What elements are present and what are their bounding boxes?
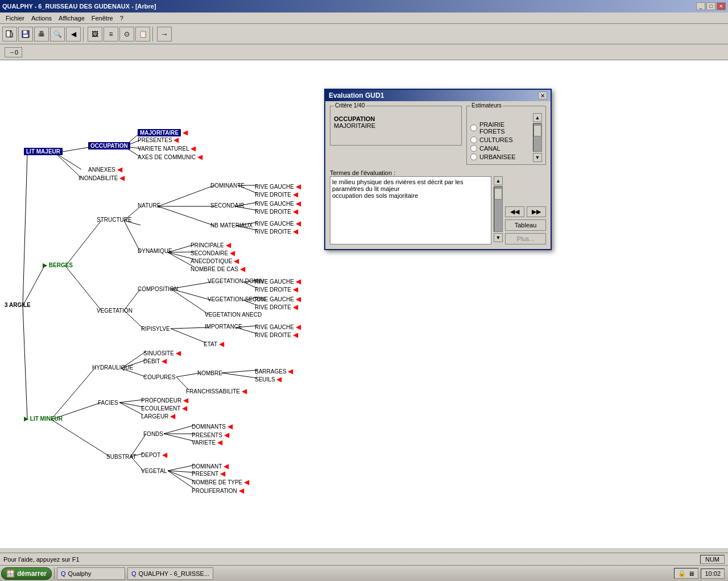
node-secondair[interactable]: SECONDAIR	[210, 202, 244, 209]
node-dominante[interactable]: DOMINANTE	[210, 182, 245, 189]
toolbar-arrow[interactable]: →	[157, 27, 172, 42]
toolbar-data[interactable]: 📋	[135, 27, 150, 42]
radio-urbanisee[interactable]: URBANISEE	[470, 153, 531, 160]
toolbar-save[interactable]	[18, 27, 33, 42]
nav-prev-btn[interactable]: ◀◀	[505, 206, 524, 217]
lit-majeur-label[interactable]: LIT MAJEUR	[24, 148, 63, 155]
node-ecoulement[interactable]: ECOULEMENT ◀	[141, 404, 187, 412]
node-anecdotique[interactable]: ANECDOTIQUE ◀	[191, 257, 239, 265]
terms-scrollbar[interactable]: ▲ ▼	[494, 176, 503, 244]
node-nombre[interactable]: NOMBRE	[197, 370, 222, 376]
node-coupures[interactable]: COUPURES	[143, 374, 176, 380]
scroll-down-btn[interactable]: ▼	[533, 153, 542, 162]
node-depot[interactable]: DEPOT ◀	[141, 451, 167, 459]
radio-prairie-forets-input[interactable]	[470, 125, 477, 131]
radio-cultures-input[interactable]	[470, 136, 477, 143]
node-axes-communic[interactable]: AXES DE COMMUNIC ◀	[138, 153, 202, 161]
node-nature[interactable]: NATURE	[138, 202, 160, 209]
node-rg-vegdom[interactable]: RIVE GAUCHE ◀	[255, 277, 301, 285]
scroll-up-btn[interactable]: ▲	[533, 113, 542, 122]
terms-text-box[interactable]: le milieu physique des rivières est décr…	[330, 176, 491, 244]
node-rg-nb[interactable]: RIVE GAUCHE ◀	[255, 219, 301, 227]
radio-prairie-forets[interactable]: PRAIRIE FORETS	[470, 121, 531, 135]
close-button[interactable]: ✕	[717, 2, 726, 10]
node-vegetation[interactable]: VEGETATION	[97, 308, 133, 314]
node-substrat[interactable]: SUBSTRAT	[106, 454, 136, 460]
node-franchissabilite[interactable]: FRANCHISSABILITE ◀	[186, 387, 247, 395]
node-dominants[interactable]: DOMINANTS ◀	[192, 422, 233, 430]
tableau-button[interactable]: Tableau	[505, 219, 546, 231]
menu-fenetre[interactable]: Fenêtre	[88, 14, 117, 23]
dialog-close-button[interactable]: ✕	[538, 92, 547, 99]
node-rg-import[interactable]: RIVE GAUCHE ◀	[255, 323, 301, 331]
maximize-button[interactable]: □	[706, 2, 715, 10]
toolbar-new[interactable]	[2, 27, 17, 42]
radio-canal[interactable]: CANAL	[470, 145, 531, 152]
node-present[interactable]: PRESENT ◀	[192, 470, 225, 478]
toolbar-list[interactable]: ≡	[104, 27, 118, 42]
menu-affichage[interactable]: Affichage	[55, 14, 88, 23]
node-lit-mineur[interactable]: ▶ LIT MINEUR	[24, 416, 63, 422]
node-nb-materiaux[interactable]: NB MATERIAUX	[210, 222, 253, 229]
toolbar-image[interactable]: 🖼	[88, 27, 102, 42]
node-rd-dominante[interactable]: RIVE DROITE ◀	[255, 190, 298, 198]
node-presentes[interactable]: PRESENTES ◀	[138, 136, 179, 144]
start-button[interactable]: 🪟 démarrer	[1, 567, 52, 580]
estimateurs-scrollbar[interactable]: ▲ ▼	[533, 113, 542, 162]
node-seuils[interactable]: SEUILS ◀	[255, 375, 282, 383]
node-annexes[interactable]: ANNEXES ◀	[88, 165, 122, 173]
plus-button[interactable]: Plus...	[505, 233, 546, 244]
menu-fichier[interactable]: Fichier	[2, 14, 28, 23]
taskbar-qualphy-arbre[interactable]: Q QUALPHY - 6_RUISSE...	[127, 567, 213, 580]
node-rg-vegsecon[interactable]: RIVE GAUCHE ◀	[255, 295, 301, 303]
terms-scroll-up[interactable]: ▲	[494, 176, 503, 185]
node-importance[interactable]: IMPORTANCE	[205, 323, 242, 330]
node-facies[interactable]: FACIES	[98, 400, 118, 406]
node-principale[interactable]: PRINCIPALE ◀	[191, 241, 231, 249]
node-debit[interactable]: DEBIT ◀	[143, 357, 167, 365]
toolbar2-nav[interactable]: →0	[5, 47, 22, 57]
minimize-button[interactable]: _	[696, 2, 705, 10]
terms-scroll-thumb[interactable]	[494, 188, 502, 200]
node-sinuosite[interactable]: SINUOSITE ◀	[143, 349, 181, 357]
radio-canal-input[interactable]	[470, 145, 477, 152]
node-variete[interactable]: VARIETE ◀	[192, 438, 222, 446]
node-secondaire2[interactable]: SECONDAIRE ◀	[191, 249, 235, 257]
node-veg-anecd[interactable]: VEGETATION ANECD	[205, 312, 262, 318]
node-etat[interactable]: ETAT ◀	[204, 340, 224, 348]
node-ripisylve[interactable]: RIPISYLVE	[141, 326, 170, 332]
nav-next-btn[interactable]: ▶▶	[527, 206, 546, 217]
node-variete-naturel[interactable]: VARIETE NATUREL ◀	[138, 144, 196, 152]
node-rg-secondaire[interactable]: RIVE GAUCHE ◀	[255, 200, 301, 208]
node-proliferation[interactable]: PROLIFERATION ◀	[192, 487, 244, 495]
node-rd-secondaire[interactable]: RIVE DROITE ◀	[255, 208, 298, 215]
taskbar-qualphy[interactable]: Q Qualphy	[57, 567, 125, 580]
title-bar-buttons[interactable]: _ □ ✕	[696, 2, 726, 10]
node-nombre-type[interactable]: NOMBRE DE TYPE ◀	[192, 478, 249, 486]
menu-actions[interactable]: Actions	[28, 14, 55, 23]
toolbar-preview[interactable]: 🔍	[50, 27, 65, 42]
node-profondeur[interactable]: PROFONDEUR ◀	[141, 396, 188, 404]
toolbar-print[interactable]: 🖶	[34, 27, 49, 42]
terms-scroll-down[interactable]: ▼	[494, 233, 503, 242]
node-barrages[interactable]: BARRAGES ◀	[255, 367, 293, 375]
scroll-track[interactable]	[533, 123, 542, 152]
node-largeur[interactable]: LARGEUR ◀	[141, 412, 175, 420]
node-structure[interactable]: STRUCTURE	[97, 217, 132, 223]
occupation-label[interactable]: OCCUPATION	[88, 142, 130, 150]
node-vegetal[interactable]: VEGETAL	[141, 468, 167, 474]
node-hydraulique[interactable]: HYDRAULIQUE	[92, 364, 133, 371]
node-dominant[interactable]: DOMINANT ◀	[192, 462, 229, 470]
scroll-thumb[interactable]	[533, 125, 541, 136]
toolbar-back[interactable]: ◀	[66, 27, 81, 42]
node-rd-nb[interactable]: RIVE DROITE ◀	[255, 227, 298, 235]
node-berges[interactable]: ▶ BERGES	[43, 262, 73, 268]
node-presents[interactable]: PRESENTS ◀	[192, 431, 229, 439]
node-rd-vegsecon[interactable]: RIVE DROITE ◀	[255, 303, 298, 311]
node-rg-dominante[interactable]: RIVE GAUCHE ◀	[255, 182, 301, 190]
node-nombre-cas[interactable]: NOMBRE DE CAS ◀	[191, 265, 245, 273]
node-composition[interactable]: COMPOSITION	[138, 286, 178, 292]
node-rd-import[interactable]: RIVE DROITE ◀	[255, 331, 298, 339]
node-occupation[interactable]: OCCUPATION	[88, 143, 130, 149]
terms-scroll-track[interactable]	[494, 186, 503, 232]
